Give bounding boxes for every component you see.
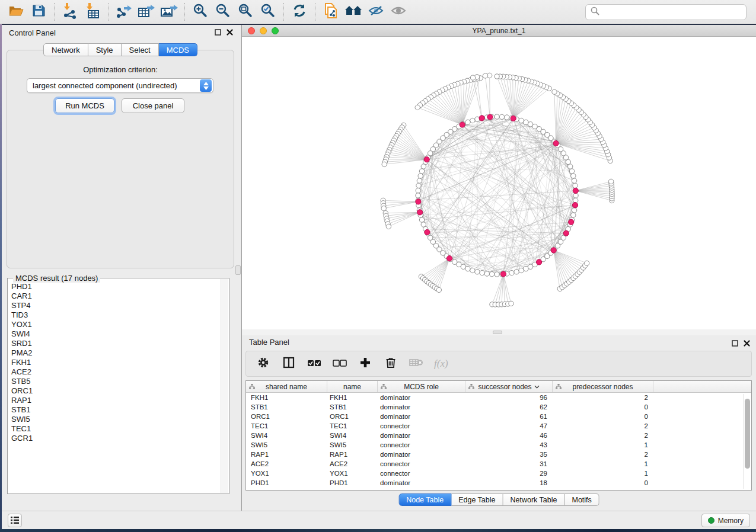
graph-node[interactable] bbox=[418, 174, 423, 178]
graph-node[interactable] bbox=[417, 178, 422, 183]
graph-node[interactable] bbox=[509, 270, 514, 275]
graph-node[interactable] bbox=[519, 118, 524, 123]
mcds-result-item[interactable]: STP4 bbox=[11, 301, 219, 310]
export-image-button[interactable] bbox=[158, 2, 180, 22]
column-header-predecessor-nodes[interactable]: predecessor nodes bbox=[553, 381, 653, 392]
mcds-result-item[interactable]: STB5 bbox=[11, 377, 219, 386]
mcds-result-item[interactable]: TEC1 bbox=[11, 424, 219, 434]
graph-leaf-node[interactable] bbox=[483, 73, 487, 78]
search-input[interactable] bbox=[603, 8, 741, 17]
mcds-list-scrollbar[interactable] bbox=[221, 279, 228, 493]
graph-leaf-node[interactable] bbox=[552, 89, 557, 94]
mcds-hub-node[interactable] bbox=[573, 188, 578, 193]
tab-select[interactable]: Select bbox=[122, 43, 159, 56]
graph-node[interactable] bbox=[499, 114, 504, 119]
mcds-hub-node[interactable] bbox=[446, 256, 452, 261]
mcds-result-item[interactable]: GCR1 bbox=[11, 434, 219, 443]
mcds-result-item[interactable]: CAR1 bbox=[11, 291, 219, 301]
horizontal-splitter[interactable] bbox=[242, 329, 756, 335]
memory-button[interactable]: Memory bbox=[701, 514, 750, 527]
mcds-hub-node[interactable] bbox=[425, 229, 430, 235]
mcds-result-item[interactable]: SWI4 bbox=[11, 329, 219, 339]
zoom-fit-button[interactable] bbox=[234, 2, 257, 22]
graph-node[interactable] bbox=[573, 193, 578, 198]
tab-network[interactable]: Network bbox=[43, 43, 88, 56]
graph-node[interactable] bbox=[505, 115, 509, 120]
mcds-result-item[interactable]: PMA2 bbox=[11, 348, 219, 358]
graph-node[interactable] bbox=[573, 183, 578, 188]
import-network-button[interactable] bbox=[59, 2, 81, 22]
tab-edge-table[interactable]: Edge Table bbox=[451, 493, 503, 506]
graph-node[interactable] bbox=[571, 174, 576, 178]
column-header-mcds-role[interactable]: MCDS role bbox=[378, 381, 465, 392]
splitter-handle[interactable] bbox=[235, 265, 241, 275]
mcds-result-item[interactable]: FKH1 bbox=[11, 358, 219, 367]
table-row[interactable]: ORC1ORC1dominator610 bbox=[246, 412, 751, 421]
column-header-name[interactable]: name bbox=[327, 381, 378, 392]
graph-node[interactable] bbox=[495, 114, 499, 119]
mcds-result-item[interactable]: YOX1 bbox=[11, 320, 219, 329]
column-header-successor-nodes[interactable]: successor nodes bbox=[465, 381, 553, 392]
table-settings-button[interactable] bbox=[256, 356, 271, 371]
graph-node[interactable] bbox=[416, 183, 421, 188]
mcds-hub-node[interactable] bbox=[417, 210, 423, 215]
deselect-all-button[interactable] bbox=[332, 356, 347, 371]
show-all-button[interactable] bbox=[387, 2, 410, 22]
graph-leaf-node[interactable] bbox=[608, 179, 613, 184]
graph-node[interactable] bbox=[524, 120, 528, 124]
mcds-result-item[interactable]: PHD1 bbox=[11, 282, 219, 291]
graph-node[interactable] bbox=[419, 169, 424, 174]
first-neighbors-button[interactable] bbox=[342, 2, 365, 22]
import-table-button[interactable] bbox=[81, 2, 104, 22]
run-mcds-button[interactable]: Run MCDS bbox=[55, 98, 114, 113]
close-panel-icon[interactable] bbox=[744, 338, 750, 349]
mcds-result-item[interactable]: SWI5 bbox=[11, 415, 219, 424]
mcds-hub-node[interactable] bbox=[487, 114, 493, 120]
graph-leaf-node[interactable] bbox=[495, 74, 499, 79]
mcds-hub-node[interactable] bbox=[551, 248, 556, 253]
mcds-hub-node[interactable] bbox=[563, 230, 569, 236]
mcds-result-item[interactable]: TID3 bbox=[11, 310, 219, 320]
graph-node[interactable] bbox=[514, 270, 519, 274]
tab-node-table[interactable]: Node Table bbox=[398, 493, 451, 506]
select-all-button[interactable] bbox=[307, 356, 322, 371]
tab-mcds[interactable]: MCDS bbox=[159, 43, 197, 56]
graph-node[interactable] bbox=[571, 213, 576, 217]
mcds-result-item[interactable]: ORC1 bbox=[11, 386, 219, 396]
save-session-button[interactable] bbox=[27, 2, 50, 22]
add-column-button[interactable] bbox=[358, 356, 373, 371]
graph-node[interactable] bbox=[569, 169, 574, 174]
scrollbar-thumb[interactable] bbox=[745, 399, 750, 469]
table-row[interactable]: SWI4SWI4dominator462 bbox=[246, 431, 751, 440]
mcds-hub-node[interactable] bbox=[416, 199, 421, 204]
mcds-hub-node[interactable] bbox=[572, 203, 578, 208]
table-row[interactable]: YOX1YOX1connector291 bbox=[246, 469, 751, 478]
graph-leaf-node[interactable] bbox=[386, 224, 391, 229]
mcds-result-item[interactable]: ACE2 bbox=[11, 367, 219, 377]
graph-node[interactable] bbox=[465, 267, 470, 271]
zoom-selected-button[interactable] bbox=[257, 2, 279, 22]
graph-node[interactable] bbox=[470, 118, 475, 123]
mcds-result-item[interactable]: STB1 bbox=[11, 405, 219, 415]
show-columns-button[interactable] bbox=[281, 356, 296, 371]
export-network-button[interactable] bbox=[113, 2, 135, 22]
graph-leaf-node[interactable] bbox=[509, 301, 513, 306]
hide-selected-button[interactable] bbox=[365, 2, 387, 22]
column-header-shared-name[interactable]: shared name bbox=[246, 381, 327, 392]
mcds-hub-node[interactable] bbox=[460, 122, 465, 127]
criterion-dropdown[interactable]: largest connected component (undirected) bbox=[27, 78, 213, 93]
graph-node[interactable] bbox=[416, 193, 420, 198]
graph-node[interactable] bbox=[572, 178, 576, 183]
mcds-result-item[interactable]: RAP1 bbox=[11, 396, 219, 405]
copy-network-button[interactable] bbox=[320, 2, 342, 22]
graph-node[interactable] bbox=[484, 271, 489, 276]
float-panel-icon[interactable] bbox=[215, 28, 221, 37]
graph-node[interactable] bbox=[419, 217, 424, 222]
zoom-in-button[interactable] bbox=[189, 2, 212, 22]
network-graph[interactable] bbox=[242, 37, 756, 329]
graph-leaf-node[interactable] bbox=[381, 206, 386, 211]
close-panel-icon[interactable] bbox=[227, 28, 233, 37]
graph-leaf-node[interactable] bbox=[415, 105, 420, 110]
network-canvas[interactable] bbox=[242, 37, 756, 329]
tab-style[interactable]: Style bbox=[88, 43, 122, 56]
